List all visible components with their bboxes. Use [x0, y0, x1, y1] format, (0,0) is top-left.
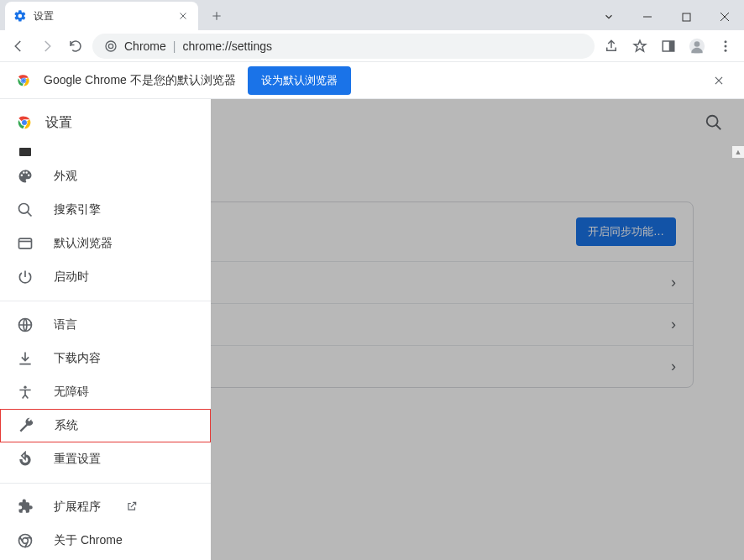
separator	[0, 483, 211, 484]
chrome-shield-icon	[104, 39, 118, 53]
search-icon	[17, 201, 34, 218]
sidebar-item-label: 默认浏览器	[54, 236, 113, 251]
reload-button[interactable]	[64, 34, 87, 58]
svg-point-21	[24, 386, 26, 389]
new-tab-button[interactable]	[205, 4, 228, 28]
svg-point-2	[108, 44, 113, 48]
svg-rect-0	[683, 13, 690, 21]
settings-content: 设置 gle 的智能技术 并个性化设置 Chrome 开启同步功能… 务 › 人…	[0, 99, 744, 560]
sidebar-item-partial	[19, 148, 31, 156]
bookmark-star-icon[interactable]	[628, 34, 652, 58]
maximize-button[interactable]	[667, 3, 705, 30]
svg-rect-4	[669, 41, 674, 51]
back-button[interactable]	[7, 34, 30, 58]
sidebar-item-label: 搜索引擎	[54, 202, 101, 217]
download-icon	[17, 350, 34, 367]
set-default-browser-button[interactable]: 设为默认浏览器	[248, 66, 351, 95]
sidebar-item-languages[interactable]: 语言	[0, 308, 211, 342]
browser-tab[interactable]: 设置	[5, 2, 198, 30]
infobar-message: Google Chrome 不是您的默认浏览器	[44, 73, 236, 88]
sidebar-item-label: 重置设置	[54, 452, 101, 467]
sidebar-item-label: 扩展程序	[54, 500, 101, 515]
settings-sidebar: 外观 搜索引擎 默认浏览器 启动时 语言 下载内容 无障碍 系统	[0, 146, 211, 560]
scrollbar-up-icon[interactable]: ▲	[732, 146, 744, 158]
svg-point-18	[19, 204, 29, 214]
omnibox-host: Chrome	[124, 39, 166, 53]
omnibox-path: chrome://settings	[182, 39, 272, 53]
dismiss-infobar-button[interactable]	[709, 71, 729, 91]
forward-button[interactable]	[35, 34, 59, 58]
sidebar-item-default-browser[interactable]: 默认浏览器	[0, 227, 211, 260]
sidebar-item-label: 外观	[54, 169, 77, 184]
svg-point-8	[725, 44, 727, 47]
sidebar-item-accessibility[interactable]: 无障碍	[0, 375, 211, 409]
svg-point-7	[725, 40, 727, 43]
accessibility-icon	[17, 384, 34, 400]
sidebar-item-label: 关于 Chrome	[54, 533, 123, 548]
gear-icon	[13, 9, 27, 23]
sidebar-item-extensions[interactable]: 扩展程序	[0, 490, 211, 524]
sidebar-item-appearance[interactable]: 外观	[0, 160, 211, 193]
sidebar-title: 设置	[45, 114, 72, 132]
sidebar-item-search-engine[interactable]: 搜索引擎	[0, 193, 211, 227]
address-bar[interactable]: Chrome | chrome://settings	[92, 34, 595, 59]
svg-point-22	[19, 535, 32, 547]
svg-point-9	[725, 49, 727, 51]
profile-avatar-icon[interactable]	[685, 34, 709, 58]
chrome-outline-icon	[17, 532, 34, 549]
sidebar-item-about-chrome[interactable]: 关于 Chrome	[0, 524, 211, 557]
tab-title: 设置	[34, 9, 176, 24]
chrome-logo-icon	[15, 113, 45, 132]
chrome-logo-icon	[15, 72, 32, 89]
sidebar-item-label: 无障碍	[54, 385, 89, 400]
svg-point-1	[106, 41, 116, 51]
power-icon	[17, 269, 34, 285]
minimize-button[interactable]	[628, 3, 667, 30]
sidebar-header: 设置	[0, 99, 211, 146]
globe-icon	[17, 317, 34, 333]
default-browser-infobar: Google Chrome 不是您的默认浏览器 设为默认浏览器	[0, 62, 744, 99]
omnibox-separator: |	[173, 39, 176, 53]
browser-toolbar: Chrome | chrome://settings	[0, 30, 744, 62]
sidebar-item-label: 语言	[54, 317, 77, 332]
sidebar-item-label: 下载内容	[54, 351, 101, 366]
window-controls	[589, 3, 744, 30]
reset-icon	[17, 451, 34, 468]
side-panel-icon[interactable]	[657, 34, 680, 58]
svg-rect-19	[19, 238, 32, 249]
separator	[0, 301, 211, 301]
svg-point-6	[694, 41, 700, 47]
close-window-button[interactable]	[705, 3, 744, 30]
extension-icon	[17, 499, 34, 516]
browser-window-icon	[17, 235, 34, 252]
palette-icon	[17, 168, 34, 185]
wrench-icon	[18, 417, 34, 434]
sidebar-item-reset[interactable]: 重置设置	[0, 442, 211, 476]
menu-dots-icon[interactable]	[714, 34, 737, 58]
sidebar-item-on-startup[interactable]: 启动时	[0, 260, 211, 294]
open-in-new-icon	[126, 500, 139, 514]
share-icon[interactable]	[600, 34, 623, 58]
sidebar-item-label: 启动时	[54, 270, 89, 285]
sidebar-item-system[interactable]: 系统	[0, 409, 211, 442]
svg-point-17	[22, 120, 27, 125]
window-titlebar: 设置	[0, 0, 744, 30]
caret-down-icon[interactable]	[589, 3, 628, 30]
sidebar-item-label: 系统	[55, 418, 78, 433]
close-icon[interactable]	[176, 9, 190, 23]
sidebar-item-downloads[interactable]: 下载内容	[0, 342, 211, 375]
